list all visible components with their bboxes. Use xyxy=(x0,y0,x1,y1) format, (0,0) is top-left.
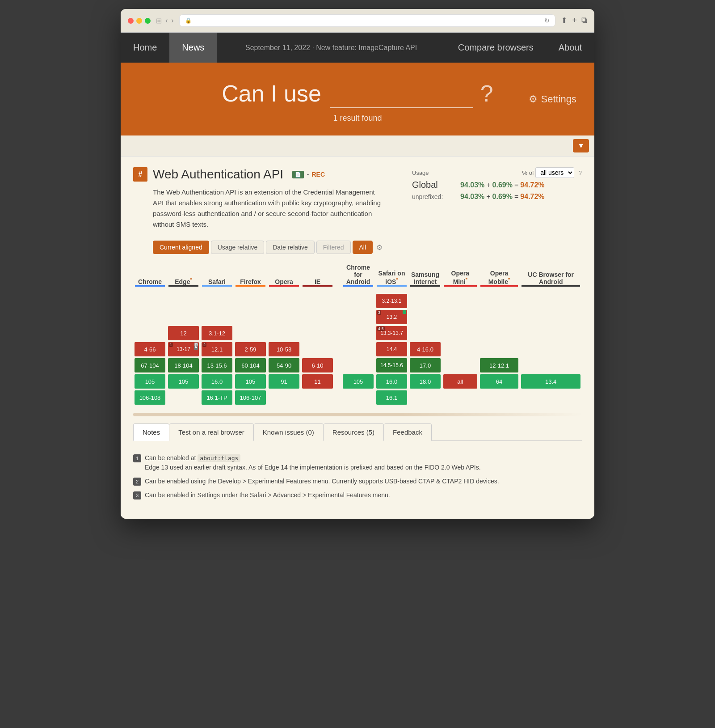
date-relative-btn[interactable]: Date relative xyxy=(266,241,315,254)
safari-r5[interactable]: 13-15.6 xyxy=(202,358,232,372)
safari-ios-r6[interactable]: 16.0 xyxy=(376,374,407,389)
usage-relative-btn[interactable]: Usage relative xyxy=(211,241,265,254)
anchor-button[interactable]: # xyxy=(133,167,147,182)
opera-mini-r2 xyxy=(443,310,477,324)
opera-mob-r6[interactable]: 64 xyxy=(480,374,519,389)
unprefixed-usage-row: unprefixed: 94.03% + 0.69% = 94.72% xyxy=(412,193,582,201)
safari-ios-header: Safari oniOS* xyxy=(375,261,408,293)
unprefixed-label: unprefixed: xyxy=(412,193,457,200)
safari-r6[interactable]: 16.0 xyxy=(202,374,232,389)
nav-news[interactable]: News xyxy=(169,33,217,63)
tab-grid-icon[interactable]: ⊞ xyxy=(156,17,162,25)
firefox-r3 xyxy=(235,326,266,340)
opera-r4[interactable]: 10-53 xyxy=(269,342,299,356)
safari-ios-r4[interactable]: 14.4 xyxy=(376,342,407,356)
edge-r6[interactable]: 105 xyxy=(168,374,199,389)
reload-icon[interactable]: ↻ xyxy=(544,17,550,24)
table-settings-icon[interactable]: ⚙ xyxy=(376,243,383,252)
search-input[interactable]: webauthn xyxy=(330,79,473,106)
opera-mob-r5[interactable]: 12-12.1 xyxy=(480,358,519,372)
firefox-r4[interactable]: 2-59 xyxy=(235,342,266,356)
back-button[interactable]: ‹ xyxy=(165,17,168,25)
tab-feedback[interactable]: Feedback xyxy=(384,423,432,441)
settings-button[interactable]: ⚙ Settings xyxy=(529,93,577,105)
safari-r3[interactable]: 3.1-12 xyxy=(202,326,232,340)
unprefixed-total-pct: 94.72% xyxy=(520,193,544,201)
samsung-r5[interactable]: 17.0 xyxy=(410,358,441,372)
forward-button[interactable]: › xyxy=(171,17,173,25)
mobile-divider-col xyxy=(334,261,341,293)
safari-ios-r1[interactable]: 3.2-13.1 xyxy=(376,294,407,308)
firefox-r2 xyxy=(235,310,266,324)
edge-r4[interactable]: 1 13-17 P ⚑ xyxy=(168,342,199,356)
safari-r7[interactable]: 16.1-TP xyxy=(202,390,232,405)
hero-prefix: Can I use xyxy=(222,80,321,107)
users-select[interactable]: all users xyxy=(535,167,574,178)
current-aligned-btn[interactable]: Current aligned xyxy=(153,241,209,254)
safari-ios-r3[interactable]: 4 5 13.3-13.7 xyxy=(376,326,407,340)
edge-r5[interactable]: 18-104 xyxy=(168,358,199,372)
opera-mini-r5 xyxy=(443,358,477,372)
chrome-and-r6[interactable]: 105 xyxy=(343,374,374,389)
opera-r6[interactable]: 91 xyxy=(269,374,299,389)
table-row: 12 3.1-12 4 5 13.3-13.7 xyxy=(133,325,582,341)
tab-known-issues[interactable]: Known issues (0) xyxy=(254,423,324,441)
edge-r2 xyxy=(168,310,199,324)
chrome-r7[interactable]: 106-108 xyxy=(135,390,165,405)
ie-r7 xyxy=(302,390,333,405)
safari-ios-r5[interactable]: 14.5-15.6 xyxy=(376,358,407,372)
close-button[interactable] xyxy=(128,18,134,24)
chrome-r5[interactable]: 67-104 xyxy=(135,358,165,372)
nav-about[interactable]: About xyxy=(546,33,594,63)
firefox-r6[interactable]: 105 xyxy=(235,374,266,389)
uc-r6[interactable]: 13.4 xyxy=(521,374,580,389)
note-badge-45: 4 5 xyxy=(377,326,385,331)
opera-mini-r6[interactable]: all xyxy=(443,374,477,389)
url-input[interactable]: caniuse.com xyxy=(194,17,542,24)
firefox-r5[interactable]: 60-104 xyxy=(235,358,266,372)
samsung-r4[interactable]: 4-16.0 xyxy=(410,342,441,356)
new-tab-icon[interactable]: + xyxy=(572,16,577,25)
opera-mob-r3 xyxy=(480,326,519,340)
tab-test[interactable]: Test on a real browser xyxy=(169,423,254,441)
usage-header: Usage % of all users ? xyxy=(412,167,582,178)
share-icon[interactable]: ⬆ xyxy=(561,16,568,25)
filtered-btn[interactable]: Filtered xyxy=(316,241,351,254)
uc-r4 xyxy=(521,342,580,356)
announcement-text[interactable]: New feature: ImageCapture API xyxy=(316,44,417,51)
up-plus: + xyxy=(486,193,490,201)
tabs-icon[interactable]: ⧉ xyxy=(581,16,587,25)
firefox-r7[interactable]: 106-107 xyxy=(235,390,266,405)
settings-label: Settings xyxy=(541,93,577,105)
global-nums: 94.03% + 0.69% = 94.72% xyxy=(460,181,545,189)
samsung-r6[interactable]: 18.0 xyxy=(410,374,441,389)
spec-dash: - xyxy=(307,170,309,178)
usage-panel: Usage % of all users ? Global 94.03% + xyxy=(412,167,582,237)
safari-r4[interactable]: 2 12.1 xyxy=(202,342,232,356)
support-table-wrapper: Chrome Edge* Safari Firefox xyxy=(133,261,582,406)
ie-r5[interactable]: 6-10 xyxy=(302,358,333,372)
nav-home[interactable]: Home xyxy=(121,33,169,63)
filter-button[interactable]: ▼ xyxy=(573,139,589,152)
safari-ios-r2[interactable]: 3 13.2 xyxy=(376,310,407,324)
note-num-2: 2 xyxy=(133,478,141,486)
nav-compare[interactable]: Compare browsers xyxy=(446,33,546,63)
chrome-r6[interactable]: 105 xyxy=(135,374,165,389)
address-bar[interactable]: 🔒 caniuse.com ↻ xyxy=(179,14,556,27)
tab-notes[interactable]: Notes xyxy=(133,423,169,441)
maximize-button[interactable] xyxy=(145,18,151,24)
global-usage-row: Global 94.03% + 0.69% = 94.72% xyxy=(412,180,582,190)
tab-resources[interactable]: Resources (5) xyxy=(324,423,384,441)
opera-mini-r4 xyxy=(443,342,477,356)
note-code-1: about:flags xyxy=(198,454,240,462)
all-btn[interactable]: All xyxy=(353,241,373,254)
chrome-r4[interactable]: 4-66 xyxy=(135,342,165,356)
spec-type[interactable]: REC xyxy=(311,171,325,178)
edge-r3[interactable]: 12 xyxy=(168,326,199,340)
table-row: 3.2-13.1 xyxy=(133,293,582,309)
ie-r6[interactable]: 11 xyxy=(302,374,333,389)
minimize-button[interactable] xyxy=(136,18,142,24)
opera-r5[interactable]: 54-90 xyxy=(269,358,299,372)
safari-ios-r7[interactable]: 16.1 xyxy=(376,390,407,405)
main-content: # Web Authentication API 📄 - REC The Web… xyxy=(121,157,594,519)
